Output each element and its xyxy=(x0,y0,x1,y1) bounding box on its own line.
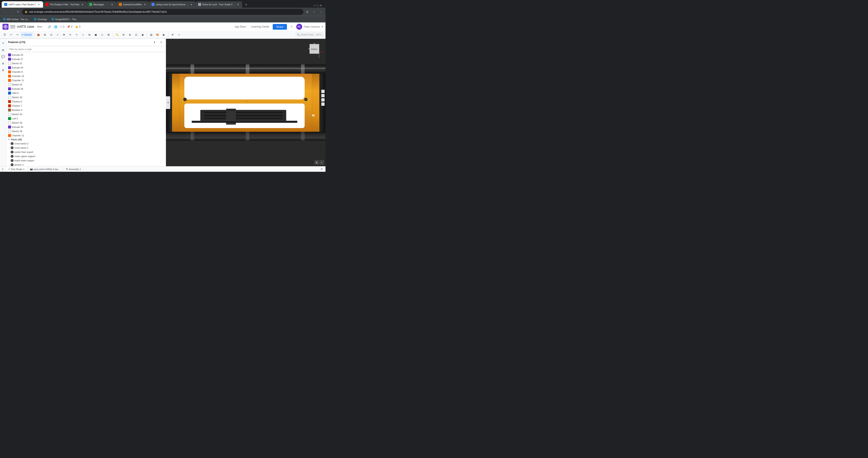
tab-5[interactable]: viking runes for good fortune - G... ✕ xyxy=(149,1,195,8)
part-anchor-2[interactable]: anchor 2 xyxy=(6,163,166,166)
interference-button[interactable]: ⊗ xyxy=(127,32,133,38)
feature-sketch-35[interactable]: Sketch 35 xyxy=(6,121,166,125)
search-tools[interactable]: 🔍 Search tools... alt/⌥ xyxy=(295,32,324,37)
sketch-button[interactable]: ✏ Sketch xyxy=(21,32,33,38)
onshape-logo[interactable] xyxy=(3,24,8,30)
features-icon[interactable]: ≡ xyxy=(1,40,6,46)
shell-button[interactable]: ◻ xyxy=(99,32,105,38)
assembly-1-tab[interactable]: ⚙ Assembly 1 xyxy=(63,167,84,172)
restore-button[interactable]: □ xyxy=(317,4,319,7)
part-center-floor-suport[interactable]: center floor suport xyxy=(6,150,166,154)
forward-button[interactable]: › xyxy=(8,9,14,15)
viewport-icon-2[interactable]: ◉ xyxy=(321,94,324,97)
viewport[interactable]: ☰ xyxy=(166,39,326,166)
view-section-button[interactable]: ▤ xyxy=(148,32,154,38)
tab-3[interactable]: Messages ✕ xyxy=(87,1,116,8)
feature-loft-3[interactable]: Loft 3 xyxy=(6,116,166,121)
add-studio-button[interactable]: + xyxy=(0,167,5,172)
feature-sketch-31[interactable]: Sketch 31 xyxy=(6,61,166,65)
bookmark-3[interactable]: 🌐 GingaDADDY :: The... xyxy=(50,18,79,21)
features-refresh-button[interactable]: ↻ xyxy=(158,40,164,44)
feature-extrude-30[interactable]: Extrude 30 xyxy=(6,125,166,129)
part-mobo-upper-support[interactable]: mobo upper support xyxy=(6,154,166,159)
bookmark-button[interactable]: ☆ xyxy=(311,9,317,15)
panel-collapse-button[interactable]: ☰ xyxy=(166,96,170,109)
tab-3-close[interactable]: ✕ xyxy=(111,3,114,6)
variables-icon[interactable]: ⊛ xyxy=(1,61,6,66)
custom-icon[interactable]: ⚙ xyxy=(1,68,6,73)
feature-sketch-33[interactable]: Sketch 33 xyxy=(6,95,166,99)
learning-center-button[interactable]: Learning Center xyxy=(249,24,271,29)
feature-extrude-27[interactable]: Extrude 27 xyxy=(6,57,166,61)
comments-icon[interactable]: 💬 xyxy=(1,54,6,59)
move-button[interactable]: ✥ xyxy=(61,32,67,38)
undo-button[interactable]: ↩ xyxy=(8,32,14,38)
coordinate-button[interactable]: ⊹ xyxy=(176,32,182,38)
feature-sketch-32[interactable]: Sketch 32 xyxy=(6,83,166,87)
tab-1-close[interactable]: ✕ xyxy=(37,3,40,6)
tab-1[interactable]: ○ mATX case | Part Studio 1 ✕ xyxy=(2,1,43,8)
features-panel-toggle[interactable]: ☰ xyxy=(2,32,8,38)
feature-chamfer-11[interactable]: Chamfer 11 xyxy=(6,78,166,83)
close-button[interactable]: ✕ xyxy=(319,4,322,7)
viewport-icon-1[interactable]: ⊞ xyxy=(321,90,324,93)
named-views-button[interactable]: 👁 xyxy=(170,32,176,38)
trim-button[interactable]: ✂ xyxy=(74,32,80,38)
features-import-button[interactable]: ⬇ xyxy=(152,40,157,44)
viewport-icon-3[interactable]: ▤ xyxy=(321,98,324,102)
zoom-in-button[interactable]: + xyxy=(319,160,324,165)
feature-thicken-7[interactable]: Thicken 7 xyxy=(6,104,166,108)
feature-chamfer-9[interactable]: Chamfer 9 xyxy=(6,70,166,74)
tab-5-close[interactable]: ✕ xyxy=(190,3,193,6)
section-button[interactable]: ⊕ xyxy=(121,32,126,38)
solid-button[interactable]: ◼ xyxy=(93,32,99,38)
view-cube[interactable]: Bottom X Y xyxy=(306,41,323,58)
mirror-button[interactable]: ⊞ xyxy=(42,32,48,38)
hamburger-menu[interactable] xyxy=(10,24,15,29)
globe-icon[interactable]: 🌐 xyxy=(53,24,58,29)
feature-fillet-6[interactable]: Fillet 6 xyxy=(6,91,166,95)
minimize-button[interactable]: ─ xyxy=(313,3,316,8)
mass-props-button[interactable]: ⚖ xyxy=(133,32,139,38)
animation-button[interactable]: ▶ xyxy=(161,32,167,38)
tab-4[interactable]: mainsail.local/files ✕ xyxy=(116,1,149,8)
share-button[interactable]: Share xyxy=(273,24,287,30)
asus-prime-tab[interactable]: 📷 asus prime b450a II top ... xyxy=(27,167,63,172)
measure-button[interactable]: 📏 xyxy=(114,32,120,38)
help-button[interactable]: ? xyxy=(289,24,294,30)
bottom-settings[interactable]: ⚙ xyxy=(319,167,324,171)
feature-thicken-6[interactable]: Thicken 6 xyxy=(6,99,166,104)
bookmark-2[interactable]: 🌐 Onshape xyxy=(32,18,48,21)
address-bar[interactable]: 🔒 cad.onshape.com/documents/acf9624954f8… xyxy=(22,9,304,15)
tab-6-close[interactable]: ✕ xyxy=(236,3,240,6)
app-store-button[interactable]: App Store xyxy=(233,24,248,29)
zoom-fit-button[interactable]: ⊞ xyxy=(314,160,319,165)
filter-input[interactable] xyxy=(8,47,165,52)
pattern-button[interactable]: ⊡ xyxy=(48,32,54,38)
tab-4-close[interactable]: ✕ xyxy=(143,3,147,6)
tab-2-close[interactable]: ✕ xyxy=(81,3,84,6)
feature-boolean-4[interactable]: Boolean 4 xyxy=(6,108,166,112)
feature-sketch-36[interactable]: Sketch 36 xyxy=(6,129,166,133)
parts-section-header[interactable]: ▼ Parts (18) xyxy=(6,138,166,141)
back-button[interactable]: ‹ xyxy=(2,9,8,15)
redo-button[interactable]: ↪ xyxy=(14,32,20,38)
feature-extrude-29[interactable]: Extrude 29 xyxy=(6,65,166,70)
feature-extrude-26[interactable]: Extrude 26 xyxy=(6,53,166,57)
tab-6[interactable]: Rune for Luck - Your Guide For ... ✕ xyxy=(195,1,242,8)
user-avatar[interactable]: PC xyxy=(296,24,302,30)
link-icon[interactable]: 🔗 xyxy=(47,24,52,29)
transform-button[interactable]: ⤢ xyxy=(55,32,61,38)
extensions-button[interactable]: ⊞ xyxy=(304,9,310,15)
part-cross-beam-1[interactable]: cross beam 1 xyxy=(6,146,166,150)
extend-button[interactable]: ⤡ xyxy=(80,32,86,38)
render-button[interactable]: 🎨 xyxy=(155,32,161,38)
draft-button[interactable]: ⊠ xyxy=(105,32,112,38)
part-studio-1-tab[interactable]: ⬡ Part Studio 1 xyxy=(5,167,27,172)
user-chevron[interactable]: ▾ xyxy=(322,25,323,28)
part-mobo-lower-suppor[interactable]: mobo lower suppor xyxy=(6,159,166,163)
part-cross-beam-2[interactable]: cross beam 2 xyxy=(6,141,166,146)
reload-button[interactable]: ↻ xyxy=(15,9,21,15)
feature-chamfer-10[interactable]: Chamfer 10 xyxy=(6,74,166,78)
feature-sketch-34[interactable]: Sketch 34 xyxy=(6,112,166,116)
